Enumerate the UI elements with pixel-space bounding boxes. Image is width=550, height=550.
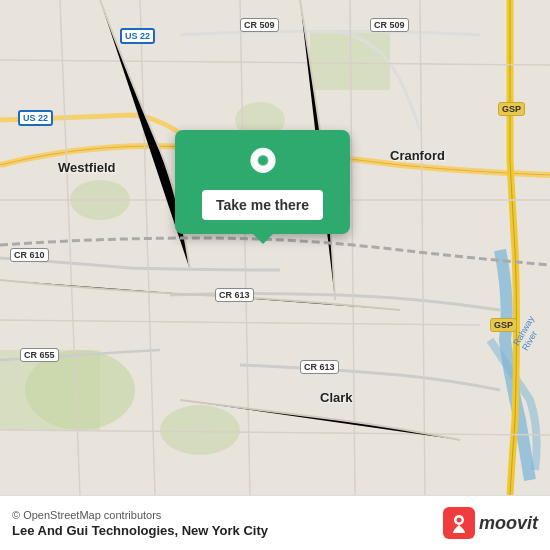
- location-pin-icon: [245, 146, 281, 182]
- road-badge-cr613-2: CR 613: [300, 360, 339, 374]
- road-badge-cr613-1: CR 613: [215, 288, 254, 302]
- map-background: [0, 0, 550, 495]
- road-badge-gsp-1: GSP: [498, 102, 525, 116]
- road-badge-us22-2: US 22: [18, 110, 53, 126]
- map-container: US 22 US 22 CR 509 CR 509 CR 610 CR 613 …: [0, 0, 550, 495]
- town-label-clark: Clark: [320, 390, 353, 405]
- road-badge-cr655: CR 655: [20, 348, 59, 362]
- town-label-cranford: Cranford: [390, 148, 445, 163]
- bottom-bar: © OpenStreetMap contributors Lee And Gui…: [0, 495, 550, 550]
- moovit-logo: moovit: [443, 507, 538, 539]
- road-badge-us22-1: US 22: [120, 28, 155, 44]
- popup-card: Take me there: [175, 130, 350, 234]
- road-badge-cr509-2: CR 509: [370, 18, 409, 32]
- svg-rect-2: [0, 350, 100, 430]
- road-badge-gsp-2: GSP: [490, 318, 517, 332]
- take-me-there-button[interactable]: Take me there: [202, 190, 323, 220]
- town-label-westfield: Westfield: [58, 160, 116, 175]
- moovit-logo-icon: [443, 507, 475, 539]
- svg-point-18: [258, 156, 267, 165]
- svg-point-3: [160, 405, 240, 455]
- moovit-brand-text: moovit: [479, 513, 538, 534]
- copyright-text: © OpenStreetMap contributors: [12, 509, 443, 521]
- road-badge-cr509-1: CR 509: [240, 18, 279, 32]
- location-label: Lee And Gui Technologies, New York City: [12, 523, 443, 538]
- svg-point-22: [456, 518, 461, 523]
- road-badge-cr610: CR 610: [10, 248, 49, 262]
